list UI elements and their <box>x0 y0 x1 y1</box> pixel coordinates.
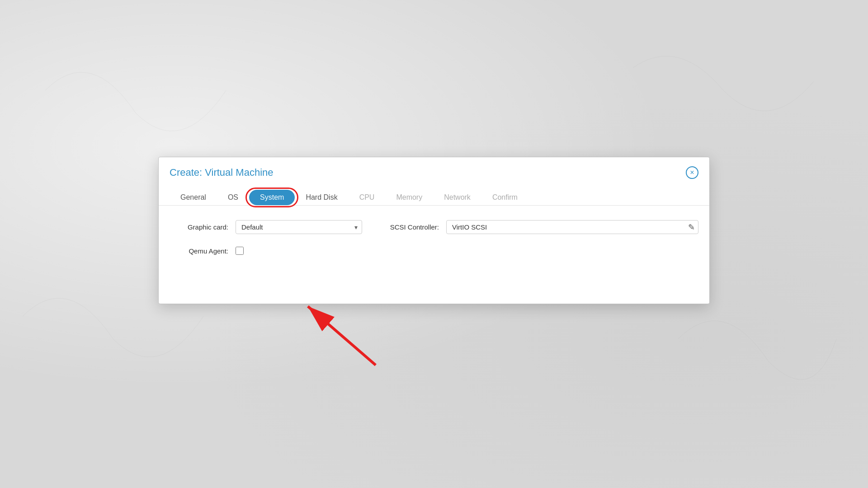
tab-network: Network <box>433 190 481 205</box>
scsi-controller-input[interactable] <box>446 220 698 234</box>
form-row-1: Graphic card: Default VirtIO-GPU VMware … <box>170 220 698 234</box>
qemu-agent-group: Qemu Agent: <box>170 247 244 255</box>
tab-memory: Memory <box>385 190 433 205</box>
create-vm-dialog: Create: Virtual Machine × General OS Sys… <box>158 157 710 304</box>
tab-confirm: Confirm <box>481 190 528 205</box>
dialog-title: Create: Virtual Machine <box>170 167 274 178</box>
scsi-controller-group: SCSI Controller: ✎ <box>380 220 698 234</box>
graphic-card-select-wrapper: Default VirtIO-GPU VMware compatible SPI… <box>236 220 362 234</box>
tab-hard-disk[interactable]: Hard Disk <box>295 190 348 205</box>
tab-cpu: CPU <box>349 190 386 205</box>
tab-os[interactable]: OS <box>217 190 249 205</box>
tab-system-wrapper: System <box>249 190 295 205</box>
scsi-controller-label: SCSI Controller: <box>380 223 439 231</box>
scsi-controller-dropdown-button[interactable]: ✎ <box>686 221 697 233</box>
tab-system[interactable]: System <box>249 190 295 205</box>
close-button[interactable]: × <box>686 166 698 179</box>
form-row-2: Qemu Agent: <box>170 247 698 255</box>
tab-general[interactable]: General <box>170 190 217 205</box>
graphic-card-select[interactable]: Default VirtIO-GPU VMware compatible SPI… <box>236 220 362 234</box>
qemu-agent-label: Qemu Agent: <box>170 247 228 255</box>
graphic-card-label: Graphic card: <box>170 223 228 231</box>
qemu-agent-checkbox[interactable] <box>236 247 244 255</box>
dialog-header: Create: Virtual Machine × <box>159 157 709 179</box>
graphic-card-group: Graphic card: Default VirtIO-GPU VMware … <box>170 220 362 234</box>
tabs-bar: General OS System Hard Disk CPU Memory N… <box>159 183 709 206</box>
svg-line-1 <box>308 306 376 365</box>
scsi-input-wrapper: ✎ <box>446 220 698 234</box>
dialog-body: Graphic card: Default VirtIO-GPU VMware … <box>159 206 709 304</box>
arrow-annotation <box>285 297 385 371</box>
